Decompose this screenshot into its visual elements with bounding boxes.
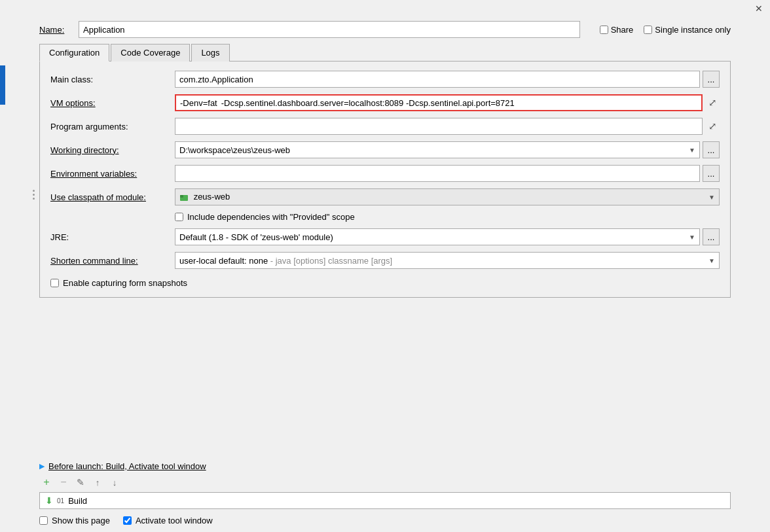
vm-options-prefix: -Denv=fat	[176, 97, 220, 109]
classpath-module-arrow: ▼	[708, 194, 715, 201]
tab-configuration[interactable]: Configuration	[39, 44, 109, 62]
edit-before-launch-button[interactable]: ✎	[73, 475, 88, 489]
working-directory-value: D:\workspace\zeus\zeus-web	[179, 145, 290, 155]
main-class-row: Main class: ...	[50, 71, 720, 88]
vm-options-row: VM options: -Denv=fat -Dcsp.sentinel.das…	[50, 94, 720, 111]
jre-label: JRE:	[50, 232, 175, 242]
build-icon: ⬇	[45, 495, 53, 506]
working-directory-select[interactable]: D:\workspace\zeus\zeus-web ▼	[175, 141, 700, 158]
jre-value: Default (1.8 - SDK of 'zeus-web' module)	[179, 232, 333, 242]
share-checkbox[interactable]	[600, 26, 608, 34]
name-input[interactable]	[79, 21, 580, 38]
main-class-field: ...	[175, 71, 720, 88]
working-directory-browse-button[interactable]: ...	[703, 141, 720, 158]
before-launch-title: Before launch: Build, Activate tool wind…	[48, 461, 206, 471]
share-label: Share	[611, 25, 634, 35]
module-icon	[179, 193, 189, 202]
share-checkbox-label[interactable]: Share	[600, 25, 634, 35]
before-launch-section: ▶ Before launch: Build, Activate tool wi…	[0, 455, 770, 509]
vm-options-label: VM options:	[50, 98, 175, 108]
include-dependencies-row: Include dependencies with "Provided" sco…	[50, 212, 720, 222]
show-page-text: Show this page	[52, 516, 110, 525]
jre-browse-button[interactable]: ...	[703, 228, 720, 245]
add-before-launch-button[interactable]: +	[39, 475, 54, 489]
classpath-module-label: Use classpath of module:	[50, 192, 175, 202]
activate-tool-checkbox[interactable]	[123, 516, 132, 525]
vm-options-input-wrapper[interactable]: -Denv=fat -Dcsp.sentinel.dashboard.serve…	[175, 94, 703, 111]
program-arguments-row: Program arguments: ⤢	[50, 118, 720, 135]
single-instance-text: Single instance only	[655, 25, 731, 35]
main-class-input[interactable]	[175, 71, 700, 88]
svg-rect-1	[180, 195, 183, 198]
enable-capturing-checkbox[interactable]	[50, 279, 59, 287]
before-launch-header: ▶ Before launch: Build, Activate tool wi…	[39, 461, 731, 471]
include-dependencies-label[interactable]: Include dependencies with "Provided" sco…	[175, 212, 355, 222]
shorten-command-select[interactable]: user-local default: none - java [options…	[175, 252, 720, 269]
enable-capturing-text: Enable capturing form snapshots	[63, 278, 187, 288]
run-debug-dialog: ✕ Name: Share Single instance only Confi…	[0, 0, 770, 532]
shorten-arrow: ▼	[708, 257, 715, 264]
main-class-label: Main class:	[50, 75, 175, 84]
enable-capturing-label[interactable]: Enable capturing form snapshots	[50, 278, 187, 288]
vm-options-field: -Denv=fat -Dcsp.sentinel.dashboard.serve…	[175, 94, 720, 111]
title-bar: ✕	[0, 0, 770, 17]
program-arguments-field: ⤢	[175, 118, 720, 135]
build-label: Build	[68, 496, 87, 506]
working-directory-label: Working directory:	[50, 145, 175, 155]
environment-variables-field: ...	[175, 165, 720, 182]
enable-capturing-row: Enable capturing form snapshots	[50, 278, 720, 288]
module-name: zeus-web	[194, 192, 230, 202]
jre-field: Default (1.8 - SDK of 'zeus-web' module)…	[175, 228, 720, 245]
classpath-module-row: Use classpath of module: zeus-web ▼	[50, 188, 720, 205]
module-icon-wrapper: zeus-web	[179, 192, 230, 202]
classpath-module-select[interactable]: zeus-web ▼	[175, 188, 720, 205]
close-button[interactable]: ✕	[753, 3, 765, 14]
activate-tool-text: Activate tool window	[136, 516, 213, 525]
jre-arrow: ▼	[689, 234, 695, 241]
shorten-command-row: Shorten command line: user-local default…	[50, 252, 720, 269]
program-arguments-input[interactable]	[175, 118, 703, 135]
single-instance-label[interactable]: Single instance only	[644, 25, 731, 35]
left-accent-bar	[0, 65, 5, 105]
main-class-browse-button[interactable]: ...	[703, 71, 720, 88]
include-dependencies-checkbox[interactable]	[175, 213, 183, 221]
config-panel: Main class: ... VM options: -Denv=fat -D…	[39, 62, 731, 298]
build-binary-icon: 01	[57, 497, 64, 505]
build-item: ⬇ 01 Build	[39, 492, 731, 509]
program-arguments-label: Program arguments:	[50, 122, 175, 132]
environment-variables-row: Environment variables: ...	[50, 165, 720, 182]
vm-options-suffix: -Dcsp.sentinel.dashboard.server=localhos…	[220, 97, 701, 109]
name-label: Name:	[39, 25, 72, 35]
working-directory-row: Working directory: D:\workspace\zeus\zeu…	[50, 141, 720, 158]
shorten-command-field: user-local default: none - java [options…	[175, 252, 720, 269]
before-launch-toolbar: + − ✎ ↑ ↓	[39, 475, 731, 489]
tab-code-coverage[interactable]: Code Coverage	[111, 44, 190, 62]
single-instance-checkbox[interactable]	[644, 26, 652, 34]
tab-logs[interactable]: Logs	[191, 44, 229, 62]
remove-before-launch-button[interactable]: −	[56, 475, 71, 489]
main-content: Configuration Code Coverage Logs Main cl…	[0, 43, 770, 455]
working-directory-field: D:\workspace\zeus\zeus-web ▼ ...	[175, 141, 720, 158]
before-launch-triangle-icon: ▶	[39, 462, 45, 470]
include-dependencies-text: Include dependencies with "Provided" sco…	[187, 212, 355, 222]
name-right: Share Single instance only	[600, 25, 731, 35]
classpath-module-field: zeus-web ▼	[175, 188, 720, 205]
jre-row: JRE: Default (1.8 - SDK of 'zeus-web' mo…	[50, 228, 720, 245]
name-row: Name: Share Single instance only	[0, 17, 770, 43]
shorten-command-label: Shorten command line:	[50, 256, 175, 266]
show-page-label[interactable]: Show this page	[39, 516, 110, 525]
program-arguments-expand-button[interactable]: ⤢	[705, 119, 720, 133]
working-directory-arrow: ▼	[689, 147, 695, 154]
jre-select[interactable]: Default (1.8 - SDK of 'zeus-web' module)…	[175, 228, 700, 245]
environment-variables-browse-button[interactable]: ...	[703, 165, 720, 182]
move-up-before-launch-button[interactable]: ↑	[90, 475, 105, 489]
tabs-bar: Configuration Code Coverage Logs	[39, 43, 731, 62]
sidebar-dots	[33, 190, 35, 200]
shorten-value: user-local default: none - java [options…	[179, 256, 392, 266]
bottom-row: Show this page Activate tool window	[0, 509, 770, 532]
activate-tool-label[interactable]: Activate tool window	[123, 516, 213, 525]
vm-options-expand-button[interactable]: ⤢	[705, 96, 720, 110]
environment-variables-input[interactable]	[175, 165, 700, 182]
show-page-checkbox[interactable]	[39, 516, 48, 525]
move-down-before-launch-button[interactable]: ↓	[107, 475, 122, 489]
